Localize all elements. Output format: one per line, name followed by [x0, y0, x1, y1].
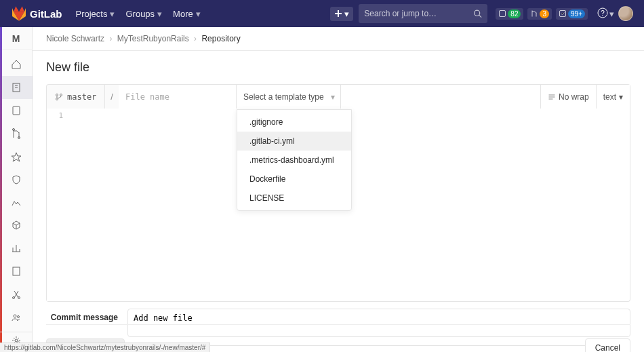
chevron-down-icon: ▾ [157, 9, 162, 19]
todos-badge[interactable]: 99+ [556, 8, 588, 20]
template-dropdown-menu: .gitignore .gitlab-ci.yml .metrics-dashb… [237, 109, 352, 211]
syntax-dropdown[interactable]: text ▾ [596, 85, 630, 109]
user-avatar[interactable] [618, 6, 633, 21]
sidebar-wiki-icon[interactable] [0, 260, 33, 283]
global-search[interactable] [359, 4, 487, 23]
top-navbar: GitLab Projects▾ Groups▾ More▾ ▾ 82 3 99… [0, 0, 644, 27]
breadcrumb: Nicole Schwartz › MyTestRubyonRails › Re… [33, 27, 644, 51]
help-icon[interactable]: ? [597, 7, 608, 20]
status-bar-url: https://gitlab.com/NicoleSchwartz/mytest… [0, 343, 210, 352]
breadcrumb-user[interactable]: Nicole Schwartz [46, 34, 104, 43]
svg-point-13 [17, 316, 19, 318]
template-option[interactable]: LICENSE [237, 189, 351, 208]
sidebar-home-icon[interactable] [0, 53, 33, 76]
svg-text:?: ? [601, 9, 605, 17]
svg-point-17 [56, 98, 58, 100]
new-menu-button[interactable]: ▾ [330, 7, 353, 21]
search-icon [473, 9, 482, 18]
sidebar-packages-icon[interactable] [0, 214, 33, 237]
sidebar-analytics-icon[interactable] [0, 237, 33, 260]
template-option[interactable]: .gitignore [237, 113, 351, 132]
template-option[interactable]: .gitlab-ci.yml [237, 132, 351, 151]
sidebar-operations-icon[interactable] [0, 191, 33, 214]
nav-more[interactable]: More▾ [167, 0, 206, 27]
chevron-down-icon: ▾ [331, 92, 335, 102]
svg-point-16 [60, 94, 62, 96]
svg-point-11 [18, 297, 20, 299]
wrap-toggle[interactable]: No wrap [540, 85, 596, 109]
merge-requests-badge[interactable]: 3 [527, 8, 552, 20]
file-header-bar: master / Select a template type ▾ .gitig… [46, 84, 630, 109]
filename-input[interactable] [119, 85, 237, 109]
gitlab-logo-icon[interactable] [11, 5, 27, 22]
sidebar-repository-icon[interactable] [0, 76, 33, 99]
svg-point-15 [56, 94, 58, 96]
left-sidebar: M [0, 27, 33, 352]
cancel-button[interactable]: Cancel [585, 338, 630, 352]
chevron-down-icon: ▾ [110, 9, 115, 19]
sidebar-security-icon[interactable] [0, 168, 33, 191]
sidebar-cicd-icon[interactable] [0, 145, 33, 168]
svg-point-10 [12, 297, 14, 299]
issues-badge[interactable]: 82 [496, 8, 523, 20]
svg-rect-6 [13, 106, 20, 115]
chevron-down-icon: ▾ [196, 9, 201, 19]
nav-projects[interactable]: Projects▾ [71, 0, 121, 27]
template-type-dropdown[interactable]: Select a template type ▾ .gitignore .git… [237, 85, 341, 109]
chevron-down-icon: ▾ [344, 9, 349, 19]
sidebar-members-icon[interactable] [0, 306, 33, 329]
chevron-down-icon: ▾ [619, 92, 623, 102]
sidebar-merge-requests-icon[interactable] [0, 122, 33, 145]
plus-icon [334, 9, 342, 18]
svg-rect-1 [500, 11, 506, 17]
template-option[interactable]: .metrics-dashboard.yml [237, 151, 351, 170]
breadcrumb-project[interactable]: MyTestRubyonRails [117, 34, 189, 43]
svg-rect-9 [13, 267, 20, 275]
page-title: New file [33, 51, 644, 84]
breadcrumb-current: Repository [201, 34, 240, 43]
sidebar-project-avatar[interactable]: M [0, 27, 33, 50]
brand-text[interactable]: GitLab [30, 8, 62, 20]
editor-gutter: 1 [47, 109, 67, 301]
wrap-icon [548, 93, 556, 101]
svg-point-0 [475, 10, 480, 16]
merge-request-icon [530, 9, 538, 18]
sidebar-issues-icon[interactable] [0, 99, 33, 122]
template-option[interactable]: Dockerfile [237, 170, 351, 189]
branch-indicator: master [47, 85, 105, 109]
svg-point-12 [14, 315, 16, 317]
todo-icon [559, 9, 567, 18]
issues-icon [498, 9, 506, 18]
sidebar-snippets-icon[interactable] [0, 283, 33, 306]
chevron-down-icon: ▾ [609, 9, 614, 19]
commit-message-label: Commit message [46, 309, 127, 322]
search-input[interactable] [364, 9, 473, 18]
branch-icon [55, 93, 63, 101]
nav-groups[interactable]: Groups▾ [120, 0, 167, 27]
